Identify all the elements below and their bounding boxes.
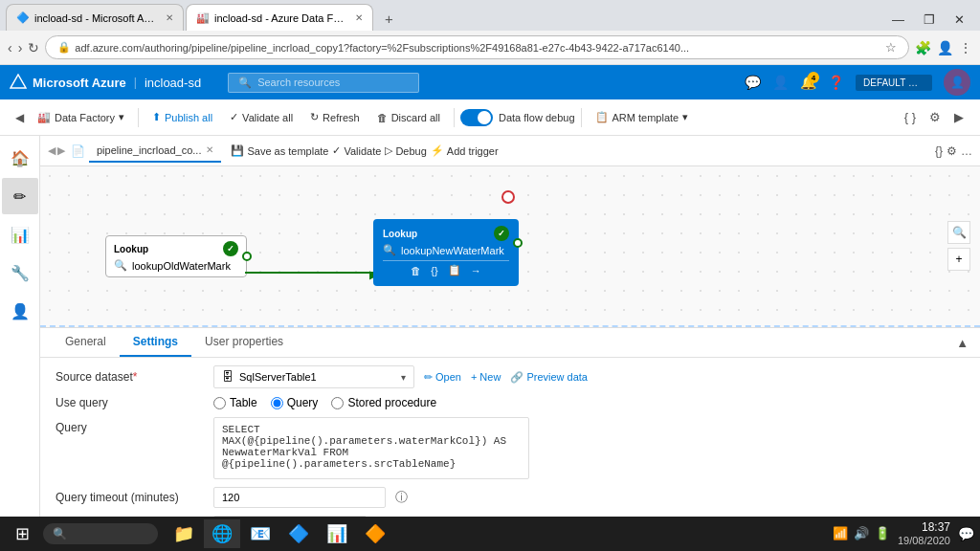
close-button[interactable]: ✕ bbox=[945, 11, 974, 29]
directory-icon[interactable]: 👤 bbox=[772, 75, 789, 90]
azure-right-icons: 💬 👤 🔔 4 ❓ DEFAULT DIRECTORY 👤 bbox=[745, 69, 970, 96]
notifications-icon[interactable]: 🔔 4 bbox=[800, 75, 816, 90]
dataset-select[interactable]: 🗄 SqlServerTable1 ▾ bbox=[213, 365, 414, 388]
tools-nav-button[interactable]: 🔧 bbox=[2, 254, 38, 291]
lookup-old-node[interactable]: Lookup ✓ 🔍 lookupOldWaterMark bbox=[105, 235, 247, 277]
publish-all-button[interactable]: ⬆ Publish all bbox=[145, 107, 220, 127]
star-icon[interactable]: ☆ bbox=[885, 40, 897, 55]
radio-table[interactable]: Table bbox=[213, 396, 257, 409]
tab2-close[interactable]: ✕ bbox=[355, 12, 363, 23]
back-button[interactable]: ‹ bbox=[8, 40, 12, 55]
start-button[interactable]: ⊞ bbox=[6, 519, 39, 548]
open-link[interactable]: ✏ Open bbox=[424, 371, 461, 384]
taskbar-mail[interactable]: 📧 bbox=[242, 519, 278, 548]
maximize-button[interactable]: ❐ bbox=[914, 11, 945, 29]
tab-user-properties[interactable]: User properties bbox=[191, 328, 297, 357]
pipeline-file-icon: 📄 bbox=[71, 144, 85, 158]
bottom-panel: General Settings User properties ▲ Sourc… bbox=[40, 327, 980, 547]
data-factory-button[interactable]: 🏭 Data Factory ▾ bbox=[30, 107, 132, 127]
tab-settings[interactable]: Settings bbox=[120, 328, 191, 357]
filter-btn[interactable]: ⚙ bbox=[947, 144, 957, 158]
tab1-title: incload-sd - Microsoft Azure bbox=[34, 12, 159, 24]
settings-view-button[interactable]: ⚙ bbox=[924, 107, 946, 127]
address-bar[interactable]: 🔒 adf.azure.com/authoring/pipeline/pipel… bbox=[45, 35, 909, 59]
taskbar-right: 📶 🔊 🔋 18:37 19/08/2020 💬 bbox=[833, 520, 974, 547]
pipeline-tab[interactable]: pipeline_incrload_co... ✕ bbox=[89, 140, 221, 163]
node-delete-button[interactable]: 🗑 bbox=[411, 264, 421, 276]
network-icon[interactable]: 📶 bbox=[833, 526, 848, 540]
tab-general[interactable]: General bbox=[52, 328, 120, 357]
radio-query-input[interactable] bbox=[271, 397, 283, 409]
azure-search[interactable]: 🔍 Search resources bbox=[228, 73, 419, 93]
radio-stored-procedure-input[interactable] bbox=[331, 397, 344, 409]
help-icon[interactable]: ❓ bbox=[828, 75, 844, 90]
connector-line bbox=[245, 272, 373, 274]
new-link[interactable]: + New bbox=[471, 371, 501, 383]
monitor-nav-button[interactable]: 📊 bbox=[2, 216, 38, 253]
user-nav-button[interactable]: 👤 bbox=[2, 293, 38, 329]
more-btn[interactable]: … bbox=[961, 144, 972, 158]
pipeline-tab-close[interactable]: ✕ bbox=[206, 144, 213, 155]
canvas-search-button[interactable]: 🔍 bbox=[947, 221, 970, 244]
time-display: 18:37 bbox=[898, 520, 950, 534]
taskbar-app5[interactable]: 📊 bbox=[319, 519, 355, 548]
pencil-nav-button[interactable]: ✏ bbox=[2, 178, 38, 214]
node-code-button[interactable]: {} bbox=[431, 264, 437, 276]
forward-button[interactable]: › bbox=[18, 40, 23, 55]
notification-center[interactable]: 💬 bbox=[958, 526, 974, 541]
radio-table-input[interactable] bbox=[213, 397, 226, 409]
validate-all-button[interactable]: ✓ Validate all bbox=[222, 107, 301, 127]
taskbar-search[interactable]: 🔍 bbox=[43, 523, 158, 544]
reload-button[interactable]: ↻ bbox=[28, 40, 39, 55]
toggle-thumb bbox=[478, 111, 491, 124]
timeout-input[interactable] bbox=[213, 487, 386, 508]
taskbar-app6[interactable]: 🔶 bbox=[357, 519, 393, 548]
preview-icon: 🔗 bbox=[510, 371, 523, 384]
date-display: 19/08/2020 bbox=[898, 535, 950, 547]
query-input[interactable] bbox=[213, 417, 529, 479]
node-connect-button[interactable]: → bbox=[471, 264, 481, 276]
user-section[interactable]: DEFAULT DIRECTORY bbox=[856, 75, 932, 91]
tab1-close[interactable]: ✕ bbox=[166, 12, 173, 23]
validate-pipeline-button[interactable]: ✓ Validate bbox=[332, 144, 381, 157]
next-pipeline-button[interactable]: ▶ bbox=[57, 144, 65, 157]
user-avatar[interactable]: 👤 bbox=[944, 69, 970, 96]
timeout-info-icon[interactable]: ⓘ bbox=[395, 489, 408, 506]
preview-data-link[interactable]: 🔗 Preview data bbox=[510, 371, 588, 384]
toggle-switch[interactable] bbox=[460, 109, 493, 126]
new-tab-button[interactable]: + bbox=[375, 7, 403, 31]
clock[interactable]: 18:37 19/08/2020 bbox=[898, 520, 950, 547]
code-btn[interactable]: {} bbox=[935, 144, 943, 158]
extensions-icon[interactable]: 🧩 bbox=[915, 40, 931, 55]
panel-collapse-button[interactable]: ▲ bbox=[956, 336, 969, 350]
prev-pipeline-button[interactable]: ◀ bbox=[48, 144, 56, 157]
taskbar-edge[interactable]: 🔷 bbox=[280, 519, 317, 548]
profile-icon[interactable]: 👤 bbox=[937, 40, 953, 55]
arm-template-button[interactable]: 📋 ARM template ▾ bbox=[588, 107, 697, 127]
timeout-row: Query timeout (minutes) ⓘ bbox=[56, 487, 965, 508]
radio-stored-procedure[interactable]: Stored procedure bbox=[331, 396, 436, 409]
code-view-button[interactable]: { } bbox=[900, 107, 921, 127]
minimize-button[interactable]: — bbox=[882, 11, 914, 29]
debug-button[interactable]: ▷ Debug bbox=[385, 144, 426, 157]
canvas-fit-button[interactable]: + bbox=[947, 248, 970, 271]
refresh-button[interactable]: ↻ Refresh bbox=[302, 107, 368, 127]
home-nav-button[interactable]: 🏠 bbox=[2, 140, 38, 176]
add-trigger-button[interactable]: ⚡ Add trigger bbox=[431, 144, 499, 157]
node-copy-button[interactable]: 📋 bbox=[448, 264, 461, 276]
sound-icon[interactable]: 🔊 bbox=[854, 526, 869, 540]
radio-query[interactable]: Query bbox=[271, 396, 319, 409]
lookup-new-node[interactable]: Lookup ✓ 🔍 lookupNewWaterMark 🗑 {} 📋 → bbox=[373, 219, 519, 286]
right-nav-arrow[interactable]: ▶ bbox=[949, 107, 969, 127]
discard-all-button[interactable]: 🗑 Discard all bbox=[369, 108, 448, 127]
taskbar-chrome[interactable]: 🌐 bbox=[204, 519, 240, 548]
browser-tab-active[interactable]: 🏭 incload-sd - Azure Data Facto... ✕ bbox=[186, 4, 373, 31]
battery-icon[interactable]: 🔋 bbox=[875, 526, 890, 540]
data-flow-toggle[interactable]: Data flow debug bbox=[460, 109, 575, 126]
save-template-button[interactable]: 💾 Save as template bbox=[231, 144, 328, 157]
feedback-icon[interactable]: 💬 bbox=[745, 75, 761, 90]
taskbar-explorer[interactable]: 📁 bbox=[166, 519, 202, 548]
menu-icon[interactable]: ⋮ bbox=[959, 40, 972, 55]
left-nav-arrow[interactable]: ◀ bbox=[11, 108, 28, 127]
browser-tab-inactive[interactable]: 🔷 incload-sd - Microsoft Azure ✕ bbox=[6, 4, 184, 31]
